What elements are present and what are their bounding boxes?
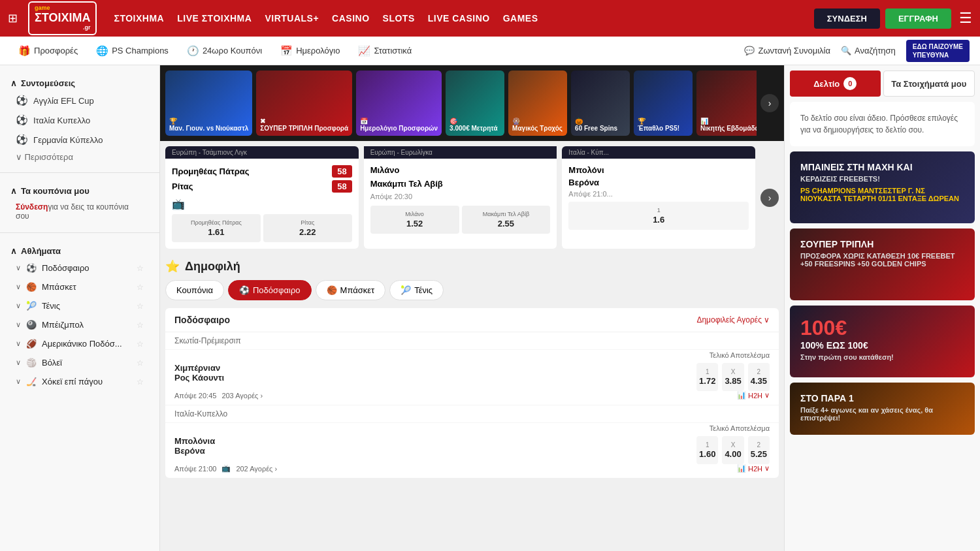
odd-label-1-0: 1 bbox=[706, 441, 710, 449]
match-extra-right-0: 📊 H2H ∨ bbox=[737, 391, 770, 400]
register-button[interactable]: ΕΓΓΡΑΦΗ bbox=[885, 8, 951, 29]
tab-tennis[interactable]: 🎾 Τένις bbox=[389, 280, 444, 300]
logo[interactable]: game ΣΤΟΙΧΙΜΑ .gr bbox=[28, 1, 97, 35]
promo-card-1[interactable]: ✖ ΣΟΥΠΕΡ ΤΡΙΠΛΗ Προσφορά bbox=[256, 71, 352, 136]
promo-next-button[interactable]: › bbox=[760, 94, 779, 112]
live-chat-button[interactable]: 💬 Ζωντανή Συνομιλία bbox=[744, 46, 830, 55]
h2h-button-1[interactable]: 📊 H2H ∨ bbox=[737, 464, 770, 473]
promo-card-2[interactable]: 📅 Ημερολόγιο Προσφορών bbox=[356, 71, 442, 136]
my-coupons-section: ∧ Τα κουπόνια μου Σύνδεσηγια να δεις τα … bbox=[0, 178, 159, 227]
odd-label-1-2: 2 bbox=[757, 441, 761, 449]
hockey-fav-icon[interactable]: ☆ bbox=[137, 377, 144, 386]
volleyball-fav-icon[interactable]: ☆ bbox=[137, 358, 144, 368]
login-button[interactable]: ΣΥΝΔΕΣΗ bbox=[814, 8, 880, 29]
basketball-fav-icon[interactable]: ☆ bbox=[137, 283, 144, 292]
responsible-label: ΕΔΩ ΠΑΙΖΟΥΜΕΥΠΕΥΘΥΝΑ bbox=[913, 43, 963, 59]
nav-games[interactable]: GAMES bbox=[503, 13, 538, 24]
odd-btn-0-1[interactable]: X 3.85 bbox=[722, 363, 743, 391]
popular-markets-button[interactable]: Δημοφιλείς Αγορές ∨ bbox=[696, 315, 770, 324]
responsible-gambling-button[interactable]: ΕΔΩ ΠΑΙΖΟΥΜΕΥΠΕΥΘΥΝΑ bbox=[906, 40, 970, 62]
football-icon: ⚽ bbox=[16, 95, 28, 106]
odd-btn-0-2[interactable]: 2 4.35 bbox=[748, 363, 770, 391]
subnav-24h-coupon[interactable]: 🕐 24ωρο Κουπόνι bbox=[179, 41, 270, 61]
live-match-card-1: Ευρώπη - Ευρωλίγκα Μιλάνο Μακάμπι Τελ Αβ… bbox=[364, 146, 557, 249]
subnav-promotions[interactable]: 🎁 Προσφορές bbox=[10, 41, 86, 61]
live-odd-btn-1-1[interactable]: Μακάμπι Τελ Αβίβ 2.55 bbox=[462, 206, 551, 234]
nav-virtuals[interactable]: VIRTUALS+ bbox=[265, 13, 319, 24]
promo-card-5[interactable]: 🎃 60 Free Spins bbox=[571, 71, 630, 136]
nav-casino[interactable]: CASINO bbox=[332, 13, 369, 24]
athletics-header[interactable]: ∧ Αθλήματα bbox=[10, 244, 149, 259]
sport-volleyball[interactable]: ∨ 🏐 Βόλεϊ ☆ bbox=[10, 353, 149, 372]
odd-btn-1-0[interactable]: 1 1.60 bbox=[696, 436, 718, 464]
shortcuts-collapse-icon: ∧ bbox=[10, 78, 17, 88]
shortcut-germany-cup[interactable]: ⚽ Γερμανία Κύπελλο bbox=[10, 130, 149, 150]
football-fav-icon[interactable]: ☆ bbox=[137, 264, 144, 273]
promo-banner-sub-0: ΚΕΡΔΙΖΕΙΣ FREEBETS! bbox=[800, 175, 964, 183]
promo-card-6[interactable]: 🏆 Έπαθλο PS5! bbox=[634, 71, 693, 136]
promo-banner-2[interactable]: 100€ 100% ΕΩΣ 100€ Στην πρώτη σου κατάθε… bbox=[790, 306, 975, 377]
sport-tennis[interactable]: ∨ 🎾 Τένις ☆ bbox=[10, 296, 149, 315]
athletics-collapse-icon: ∧ bbox=[10, 246, 17, 256]
sport-football[interactable]: ∨ ⚽ Ποδόσφαιρο ☆ bbox=[10, 259, 149, 277]
shortcut-italy-cup[interactable]: ⚽ Ιταλία Κυπελλο bbox=[10, 110, 149, 130]
stream-icon-0[interactable]: 📺 bbox=[172, 198, 185, 210]
nav-live-casino[interactable]: LIVE CASINO bbox=[428, 13, 490, 24]
odd-btn-0-0[interactable]: 1 1.72 bbox=[696, 363, 718, 391]
subnav-calendar[interactable]: 📅 Ημερολόγιο bbox=[272, 41, 348, 61]
promo-banner-1[interactable]: ΣΟΥΠΕΡ ΤΡΙΠΛΗ ΠΡΟΣΦΟΡΑ ΧΩΡΙΣ ΚΑΤΑΘΕΣΗ 10… bbox=[790, 228, 975, 300]
match-markets-1[interactable]: 202 Αγορές › bbox=[236, 465, 277, 473]
search-button[interactable]: 🔍 Αναζήτηση bbox=[841, 46, 896, 55]
nav-live-stoixima[interactable]: LIVE ΣΤΟΙΧΗΜΑ bbox=[177, 13, 252, 24]
shortcut-england-efl[interactable]: ⚽ Αγγλία EFL Cup bbox=[10, 91, 149, 110]
sport-baseball[interactable]: ∨ 🎱 Μπέιζμπολ ☆ bbox=[10, 315, 149, 334]
odd-btn-1-1[interactable]: X 4.00 bbox=[722, 436, 743, 464]
sport-hockey[interactable]: ∨ 🏒 Χόκεϊ επί πάγου ☆ bbox=[10, 372, 149, 391]
subnav-statistics[interactable]: 📈 Στατιστικά bbox=[350, 41, 419, 61]
american-football-fav-icon[interactable]: ☆ bbox=[137, 339, 144, 349]
promo-title-4: Μαγικός Τροχός bbox=[512, 125, 563, 132]
match-team1-1: Μπολόνια bbox=[174, 436, 691, 446]
sport-basketball[interactable]: ∨ 🏀 Μπάσκετ ☆ bbox=[10, 277, 149, 296]
tab-coupons[interactable]: Κουπόνια bbox=[165, 280, 224, 300]
baseball-fav-icon[interactable]: ☆ bbox=[137, 321, 144, 330]
bar-chart-icon-2: 📊 bbox=[737, 464, 746, 473]
live-team-2-1: Μακάμπι Τελ Αβίβ bbox=[370, 179, 551, 189]
live-odd-btn-0-0[interactable]: Προμηθέας Πάτρας 1.61 bbox=[172, 214, 261, 242]
promo-card-4[interactable]: 🎡 Μαγικός Τροχός bbox=[508, 71, 567, 136]
nav-stoixima[interactable]: ΣΤΟΙΧΗΜΑ bbox=[114, 13, 164, 24]
my-bets-tab-button[interactable]: Τα Στοιχήματά μου bbox=[883, 71, 975, 97]
live-odd-btn-1-0[interactable]: Μιλάνο 1.52 bbox=[370, 206, 459, 234]
hamburger-icon[interactable]: ☰ bbox=[959, 10, 972, 27]
promotions-icon: 🎁 bbox=[18, 45, 31, 57]
odd-btn-1-2[interactable]: 2 5.25 bbox=[748, 436, 770, 464]
grid-icon[interactable]: ⊞ bbox=[8, 11, 18, 25]
tab-football[interactable]: ⚽ Ποδόσφαιρο bbox=[228, 280, 312, 300]
promo-card-7[interactable]: 📊 Νικητής Εβδομάδας bbox=[696, 71, 757, 136]
sport-football-label: Ποδόσφαιρο bbox=[42, 263, 90, 273]
odd-val-0-2: 4.35 bbox=[751, 376, 767, 386]
promo-card-3[interactable]: 🎯 3.000€ Μετρητά bbox=[446, 71, 504, 136]
tab-basketball[interactable]: 🏀 Μπάσκετ bbox=[316, 280, 386, 300]
live-odd-btn-2-0[interactable]: 1 1.6 bbox=[568, 202, 749, 230]
coupons-login-link[interactable]: Σύνδεση bbox=[16, 202, 48, 212]
tab-coupons-label: Κουπόνια bbox=[176, 285, 213, 295]
promo-card-0[interactable]: 🏆 Μαν. Γιουν. vs Νιούκαστλ bbox=[165, 71, 252, 136]
expand-icon-2: ∨ bbox=[16, 283, 21, 291]
subnav-ps-champions[interactable]: 🌐 PS Champions bbox=[88, 41, 176, 61]
match-markets-0[interactable]: 203 Αγορές › bbox=[221, 392, 263, 400]
sport-american-football[interactable]: ∨ 🏈 Αμερικάνικο Ποδόσ... ☆ bbox=[10, 334, 149, 353]
nav-slots[interactable]: SLOTS bbox=[383, 13, 415, 24]
live-matches-next-button[interactable]: › bbox=[760, 189, 779, 207]
promo-banner-3[interactable]: ΣΤΟ ΠΑΡΑ 1 Παίξε 4+ αγωνες και αν χάσεις… bbox=[790, 383, 975, 435]
show-more-shortcuts[interactable]: ∨ Περισσότερα bbox=[10, 150, 149, 165]
expand-icon: ∨ bbox=[16, 264, 21, 272]
tennis-fav-icon[interactable]: ☆ bbox=[137, 302, 144, 311]
live-odd-btn-0-1[interactable]: Ρίτας 2.22 bbox=[263, 214, 352, 242]
promo-banner-0[interactable]: ΜΠΑΙΝΕΙΣ ΣΤΗ ΜΑΧΗ ΚΑΙ ΚΕΡΔΙΖΕΙΣ FREEBETS… bbox=[790, 151, 975, 223]
my-coupons-header[interactable]: ∧ Τα κουπόνια μου bbox=[10, 183, 149, 198]
betslip-tab-button[interactable]: Δελτίο 0 bbox=[790, 71, 881, 97]
tennis-tab-icon: 🎾 bbox=[400, 285, 411, 295]
shortcuts-header[interactable]: ∧ Συντομεύσεις bbox=[10, 76, 149, 91]
h2h-button-0[interactable]: 📊 H2H ∨ bbox=[737, 391, 770, 400]
